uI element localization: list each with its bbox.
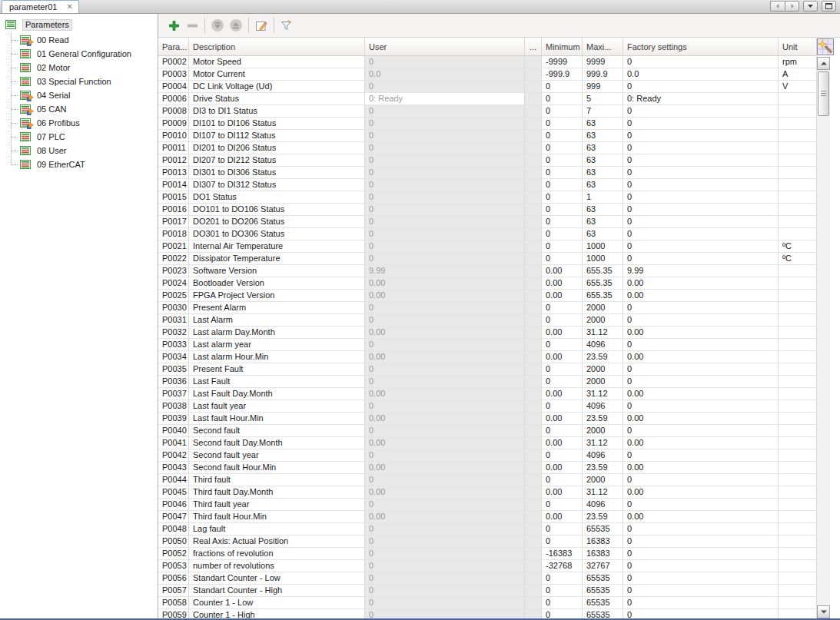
table-row[interactable]: P0040 Second fault 0 0 2000 0 [158,425,817,437]
column-chooser-button[interactable] [817,38,834,55]
tree-item[interactable]: 01 General Configuration [0,47,158,61]
table-row[interactable]: P0039 Last fault Hour.Min 0.00 0.00 23.5… [158,413,817,425]
cell-parameter: P0017 [158,216,189,228]
tree-item[interactable]: 09 EtherCAT [0,157,158,171]
table-row[interactable]: P0021 Internal Air Temperature 0 0 1000 … [158,240,817,253]
cell-user-value: 0 [365,560,525,572]
table-row[interactable]: P0047 Third fault Hour.Min 0.00 0.00 23.… [158,511,817,523]
column-header-more[interactable]: ... [525,38,542,55]
remove-button[interactable] [183,16,201,35]
table-row[interactable]: P0059 Counter 1 - High 0 0 65535 0 [158,609,817,618]
tab-parameter01[interactable]: parameter01 ✕ [2,0,79,13]
table-row[interactable]: P0004 DC Link Voltage (Ud) 0 0 999 0 V [158,81,817,93]
table-row[interactable]: P0042 Second fault year 0 0 4096 0 [158,449,817,462]
edit-button[interactable] [252,16,271,35]
cell-factory-setting: 0.00 [623,462,779,474]
cell-unit: ºC [779,240,817,253]
cell-unit [779,572,817,585]
table-row[interactable]: P0056 Standart Counter - Low 0 0 65535 0 [158,572,817,585]
table-row[interactable]: P0011 DI201 to DI206 Status 0 0 63 0 [158,142,817,154]
table-row[interactable]: P0006 Drive Status 0: Ready 0 5 0: Ready [158,93,817,105]
table-row[interactable]: P0008 DI3 to DI1 Status 0 0 7 0 [158,105,817,118]
table-row[interactable]: P0009 DI101 to DI106 Status 0 0 63 0 [158,118,817,130]
cell-user-value: 0 [365,339,525,351]
cell-more [525,265,542,277]
close-icon[interactable]: ✕ [66,3,72,11]
table-row[interactable]: P0043 Second fault Hour.Min 0.00 0.00 23… [158,462,817,474]
table-row[interactable]: P0041 Second fault Day.Month 0.00 0.00 3… [158,437,817,449]
tree-item[interactable]: 00 Read [0,33,158,47]
table-row[interactable]: P0052 fractions of revolution 0 -16383 1… [158,548,817,560]
table-row[interactable]: P0035 Present Fault 0 0 2000 0 [158,363,817,376]
table-row[interactable]: P0025 FPGA Project Version 0.00 0.00 655… [158,290,817,302]
table-row[interactable]: P0016 DO101 to DO106 Status 0 0 63 0 [158,204,817,216]
tree-item[interactable]: 04 Serial [0,88,158,102]
table-row[interactable]: P0031 Last Alarm 0 0 2000 0 [158,314,817,327]
tree-item[interactable]: 02 Motor [0,61,158,75]
table-row[interactable]: P0017 DO201 to DO206 Status 0 0 63 0 [158,216,817,228]
column-header-maximum[interactable]: Maxi... [583,38,623,55]
move-to-bottom-button[interactable] [208,16,227,35]
cell-factory-setting: 0 [623,339,779,351]
table-row[interactable]: P0058 Counter 1 - Low 0 0 65535 0 [158,597,817,609]
table-row[interactable]: P0037 Last Fault Day.Month 0.00 0.00 31.… [158,388,817,400]
cell-factory-setting: 0.00 [623,437,779,449]
table-row[interactable]: P0010 DI107 to DI112 Status 0 0 63 0 [158,130,817,142]
table-row[interactable]: P0034 Last alarm Hour.Min 0.00 0.00 23.5… [158,351,817,363]
table-row[interactable]: P0050 Real Axis: Actual Position 0 0 163… [158,535,817,548]
table-row[interactable]: P0002 Motor Speed 0 -9999 9999 0 rpm [158,56,817,68]
tab-scroll-left-button[interactable] [770,1,785,12]
tree-root-parameters[interactable]: Parameters [0,18,158,31]
table-row[interactable]: P0012 DI207 to DI212 Status 0 0 63 0 [158,154,817,167]
column-header-minimum[interactable]: Minimum [542,38,583,55]
scroll-down-button[interactable] [817,605,830,618]
tree-item[interactable]: 06 Profibus [0,116,158,130]
cell-factory-setting: 0 [623,314,779,327]
table-row[interactable]: P0044 Third fault 0 0 2000 0 [158,474,817,486]
cell-user-value: 0.00 [365,462,525,474]
table-row[interactable]: P0018 DO301 to DO306 Status 0 0 63 0 [158,228,817,240]
cell-user-value: 0.00 [365,351,525,363]
cell-minimum: 0.00 [542,486,583,499]
column-header-parameter[interactable]: Para... [158,38,189,55]
table-row[interactable]: P0046 Third fault year 0 0 4096 0 [158,499,817,511]
tree-item[interactable]: 05 CAN [0,102,158,116]
column-header-description[interactable]: Description [189,38,365,55]
table-row[interactable]: P0023 Software Version 9.99 0.00 655.35 … [158,265,817,277]
parameter-group-table-icon [19,131,32,142]
column-header-factory-settings[interactable]: Factory settings [623,38,779,55]
table-row[interactable]: P0036 Last Fault 0 0 2000 0 [158,376,817,388]
maximize-button[interactable] [822,1,836,12]
scrollbar-thumb[interactable] [818,71,829,116]
tab-list-dropdown-button[interactable] [803,1,818,12]
table-row[interactable]: P0030 Present Alarm 0 0 2000 0 [158,302,817,314]
tree-item[interactable]: 07 PLC [0,130,158,144]
tree-item[interactable]: 08 User [0,144,158,157]
table-row[interactable]: P0013 DI301 to DI306 Status 0 0 63 0 [158,167,817,179]
table-row[interactable]: P0053 number of revolutions 0 -32768 327… [158,560,817,572]
table-row[interactable]: P0048 Lag fault 0 0 65535 0 [158,523,817,535]
table-row[interactable]: P0057 Standart Counter - High 0 0 65535 … [158,585,817,597]
cell-parameter: P0038 [158,400,189,413]
cell-parameter: P0059 [158,609,189,618]
tree-item[interactable]: 03 Special Function [0,75,158,88]
table-row[interactable]: P0015 DO1 Status 0 0 1 0 [158,191,817,204]
table-row[interactable]: P0022 Dissipator Temperature 0 0 1000 0 … [158,253,817,265]
table-row[interactable]: P0032 Last alarm Day.Month 0.00 0.00 31.… [158,327,817,339]
cell-parameter: P0002 [158,56,189,68]
table-row[interactable]: P0014 DI307 to DI312 Status 0 0 63 0 [158,179,817,191]
table-row[interactable]: P0038 Last fault year 0 0 4096 0 [158,400,817,413]
cell-minimum: 0 [542,339,583,351]
add-button[interactable] [164,16,183,35]
table-row[interactable]: P0045 Third fault Day.Month 0.00 0.00 31… [158,486,817,499]
column-header-unit[interactable]: Unit [779,38,817,55]
cell-user-value: 0 [365,302,525,314]
column-header-user[interactable]: User [365,38,525,55]
filter-button[interactable] [277,16,296,35]
tab-scroll-right-button[interactable] [785,1,799,12]
table-row[interactable]: P0003 Motor Current 0.0 -999.9 999.9 0.0… [158,68,817,81]
table-row[interactable]: P0024 Bootloader Version 0.00 0.00 655.3… [158,277,817,290]
move-to-top-button[interactable] [227,16,245,35]
table-row[interactable]: P0033 Last alarm year 0 0 4096 0 [158,339,817,351]
scroll-up-button[interactable] [817,57,830,70]
